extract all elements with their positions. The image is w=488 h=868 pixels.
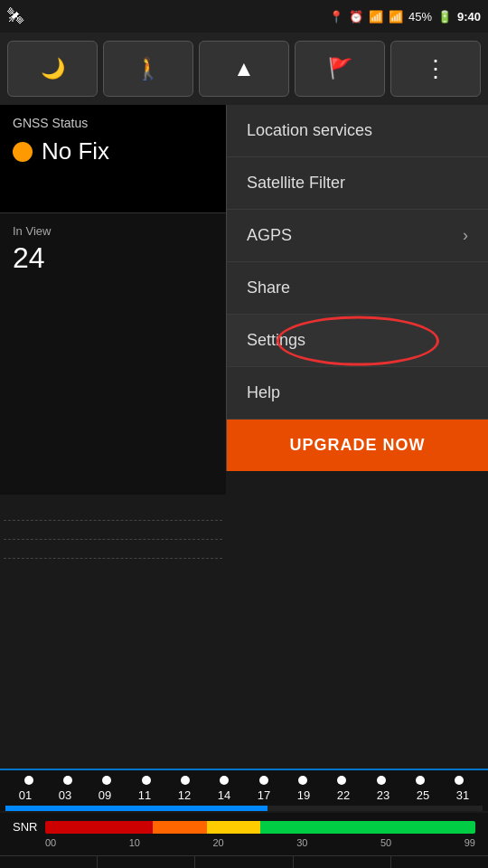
snr-bar — [45, 821, 475, 834]
sat-dot-11 — [416, 776, 425, 785]
menu-item-settings[interactable]: Settings — [227, 315, 488, 367]
sat-dot-4 — [142, 776, 151, 785]
satellite-dots-section: 01 03 09 11 12 14 17 19 22 23 25 31 — [0, 769, 488, 811]
arrow-up-icon: ▲ — [233, 56, 255, 81]
time-panel: 00:00 — [391, 856, 488, 868]
wifi-icon: 📶 — [369, 10, 383, 24]
sat-num-19: 19 — [291, 788, 316, 802]
sat-dot-1 — [24, 776, 33, 785]
sat-dot-6 — [220, 776, 229, 785]
menu-item-share[interactable]: Share — [227, 262, 488, 315]
sat-dot-7 — [259, 776, 268, 785]
sat-num-09: 09 — [92, 788, 117, 802]
snr-label: SNR — [13, 820, 38, 834]
snr-orange-segment — [153, 821, 207, 834]
snr-section: SNR 00 10 20 30 50 99 — [0, 813, 488, 855]
time-display: 9:40 — [457, 10, 481, 24]
status-left: 🛰 — [7, 7, 23, 26]
dropdown-menu: Location services Satellite Filter AGPS … — [226, 105, 488, 471]
menu-item-location-services[interactable]: Location services — [227, 105, 488, 157]
sat-dot-12 — [455, 776, 464, 785]
menu-item-satellite-filter[interactable]: Satellite Filter — [227, 157, 488, 210]
person-icon: 🚶 — [135, 56, 162, 81]
sat-dot-9 — [337, 776, 346, 785]
upgrade-now-label: UPGRADE NOW — [290, 436, 426, 454]
location-services-label: Location services — [247, 121, 372, 140]
battery-percent: 45% — [408, 10, 432, 24]
main-area: GNSS Status No Fix In View 24 Location s… — [0, 105, 488, 769]
snr-tick-labels: 00 10 20 30 50 99 — [45, 837, 475, 848]
sat-num-23: 23 — [371, 788, 396, 802]
sat-num-22: 22 — [331, 788, 356, 802]
snr-tick-30: 30 — [296, 837, 307, 848]
world-map-button[interactable] — [98, 856, 195, 868]
agps-chevron-icon: › — [463, 226, 468, 245]
dashed-line-2 — [4, 539, 222, 540]
in-view-label: In View — [13, 224, 213, 238]
app-icon: 🛰 — [7, 7, 23, 26]
status-right: 📍 ⏰ 📶 📶 45% 🔋 9:40 — [329, 10, 481, 24]
more-icon: ⋮ — [424, 55, 447, 83]
satellite-chart — [0, 495, 226, 769]
snr-tick-99: 99 — [465, 837, 475, 848]
fix-status-text: No Fix — [42, 137, 109, 165]
direction-button[interactable] — [195, 856, 293, 868]
bottom-icons-row: 0 00:00 — [0, 855, 488, 868]
sat-dot-5 — [181, 776, 190, 785]
snr-yellow-segment — [207, 821, 261, 834]
gnss-status-panel: GNSS Status No Fix — [0, 105, 226, 213]
dashed-line-1 — [4, 520, 222, 521]
sat-dot-8 — [298, 776, 307, 785]
battery-icon: 🔋 — [437, 10, 452, 24]
sat-dot-3 — [102, 776, 111, 785]
sat-num-01: 01 — [13, 788, 38, 802]
help-label: Help — [247, 383, 280, 402]
share-label: Share — [247, 278, 290, 297]
left-panel: GNSS Status No Fix In View 24 — [0, 105, 226, 769]
location-icon: 📍 — [329, 10, 343, 24]
sat-num-25: 25 — [410, 788, 436, 802]
speed-display: 0 — [294, 856, 391, 868]
toolbar: 🌙 🚶 ▲ 🚩 ⋮ — [0, 33, 488, 105]
dashed-line-3 — [4, 558, 222, 559]
moon-icon: 🌙 — [41, 57, 65, 80]
snr-tick-00: 00 — [45, 837, 56, 848]
clock-icon: ⏰ — [349, 10, 363, 24]
more-button[interactable]: ⋮ — [390, 41, 481, 97]
menu-item-help[interactable]: Help — [227, 367, 488, 420]
settings-label: Settings — [247, 331, 305, 350]
snr-red-segment — [45, 821, 153, 834]
sat-dot-10 — [377, 776, 386, 785]
flag-icon: 🚩 — [328, 57, 352, 80]
signal-icon: 📶 — [389, 10, 403, 24]
satellite-filter-label: Satellite Filter — [247, 174, 345, 193]
arrow-button[interactable]: ▲ — [199, 41, 289, 97]
snr-tick-10: 10 — [129, 837, 140, 848]
gnss-title: GNSS Status — [13, 116, 213, 130]
in-view-panel: In View 24 — [0, 213, 226, 495]
in-view-count: 24 — [13, 241, 213, 275]
sat-dot-2 — [63, 776, 72, 785]
status-bar: 🛰 📍 ⏰ 📶 📶 45% 🔋 9:40 — [0, 0, 488, 33]
satellite-numbers-row: 01 03 09 11 12 14 17 19 22 23 25 31 — [0, 787, 488, 806]
gnss-fix-row: No Fix — [13, 137, 213, 165]
snr-bar-row: SNR — [13, 820, 475, 834]
compass-button[interactable] — [0, 856, 98, 868]
moon-button[interactable]: 🌙 — [7, 41, 98, 97]
sat-num-31: 31 — [450, 788, 475, 802]
sat-num-17: 17 — [251, 788, 277, 802]
sat-num-12: 12 — [172, 788, 197, 802]
upgrade-now-button[interactable]: UPGRADE NOW — [227, 420, 488, 471]
sat-num-03: 03 — [52, 788, 78, 802]
sat-num-11: 11 — [132, 788, 157, 802]
menu-item-agps[interactable]: AGPS › — [227, 210, 488, 262]
person-button[interactable]: 🚶 — [103, 41, 193, 97]
fix-status-dot — [13, 142, 33, 162]
sat-num-14: 14 — [211, 788, 237, 802]
agps-label: AGPS — [247, 226, 292, 245]
snr-green-segment — [260, 821, 475, 834]
snr-tick-50: 50 — [380, 837, 391, 848]
satellite-progress-fill — [5, 806, 267, 811]
flag-button[interactable]: 🚩 — [295, 41, 385, 97]
snr-tick-20: 20 — [213, 837, 224, 848]
